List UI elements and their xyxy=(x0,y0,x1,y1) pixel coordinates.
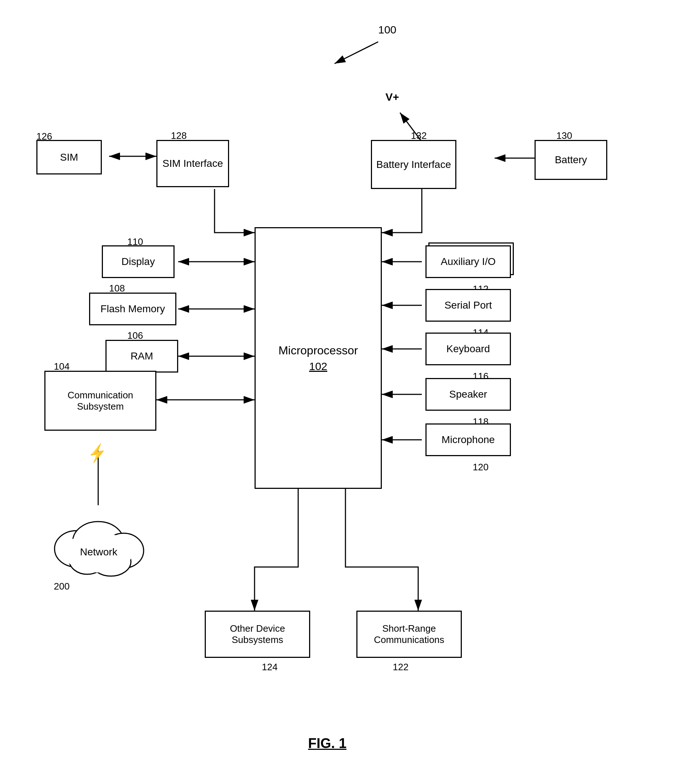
flash-memory-ref: 108 xyxy=(109,283,125,294)
display-ref: 110 xyxy=(127,236,143,247)
svg-text:Network: Network xyxy=(80,546,118,558)
battery-box: Battery xyxy=(534,140,607,180)
battery-interface-ref: 132 xyxy=(411,130,427,142)
auxiliary-io-box: Auxiliary I/O xyxy=(425,245,511,278)
serial-port-box: Serial Port xyxy=(425,289,511,322)
microphone-ref: 120 xyxy=(473,462,488,473)
comm-subsystem-ref: 104 xyxy=(54,361,69,372)
vplus-label: V+ xyxy=(385,91,399,103)
keyboard-box: Keyboard xyxy=(425,333,511,365)
ram-box: RAM xyxy=(106,340,178,373)
network-cloud: Network xyxy=(47,502,149,582)
flash-memory-box: Flash Memory xyxy=(89,292,176,325)
short-range-box: Short-Range Communications xyxy=(357,611,462,658)
sim-interface-box: SIM Interface xyxy=(156,140,229,187)
other-device-box: Other Device Subsystems xyxy=(205,611,310,658)
ram-ref: 106 xyxy=(127,330,143,341)
main-ref-label: 100 xyxy=(378,23,396,36)
display-box: Display xyxy=(102,245,174,278)
sim-interface-ref: 128 xyxy=(171,130,187,142)
speaker-box: Speaker xyxy=(425,378,511,411)
svg-line-3 xyxy=(335,42,378,64)
microprocessor-box: Microprocessor 102 xyxy=(255,227,382,489)
battery-ref: 130 xyxy=(556,130,572,142)
sim-box: SIM xyxy=(36,140,102,174)
comm-subsystem-box: Communication Subsystem xyxy=(44,371,156,431)
short-range-ref: 122 xyxy=(393,661,408,673)
figure-label: FIG. 1 xyxy=(273,736,382,751)
battery-interface-box: Battery Interface xyxy=(371,140,456,189)
lightning-icon: ⚡ xyxy=(86,442,109,464)
microphone-box: Microphone xyxy=(425,423,511,456)
network-ref: 200 xyxy=(54,581,69,592)
other-device-ref: 124 xyxy=(262,661,277,673)
sim-ref: 126 xyxy=(36,131,52,142)
diagram: 100 SIM 126 SIM Interface 128 Battery In… xyxy=(0,0,676,784)
